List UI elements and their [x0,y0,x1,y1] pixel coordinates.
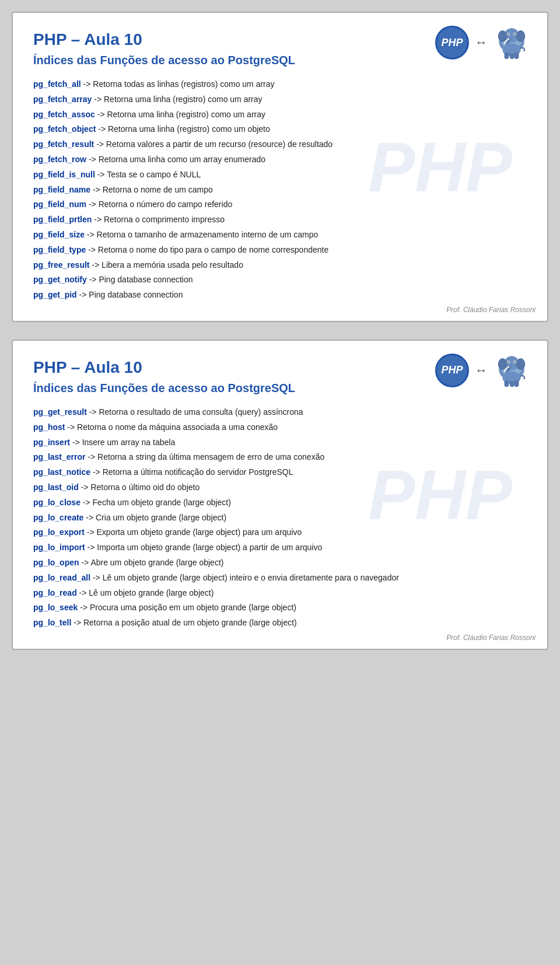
svg-point-7 [508,33,509,34]
func-name: pg_get_result [33,407,87,417]
list-item: pg_field_is_null -> Testa se o campo é N… [33,168,527,182]
svg-rect-11 [510,54,514,59]
list-item: pg_field_prtlen -> Retorna o comprimento… [33,213,527,227]
list-item: pg_last_oid -> Retorna o último oid do o… [33,481,527,495]
list-item: pg_lo_create -> Cria um objeto grande (l… [33,511,527,525]
func-name: pg_lo_open [33,558,79,567]
func-name: pg_get_pid [33,290,77,299]
func-name: pg_fetch_array [33,95,92,104]
list-item: pg_field_type -> Retorna o nome do tipo … [33,243,527,257]
list-item: pg_fetch_all -> Retorna todas as linhas … [33,78,527,92]
func-name: pg_last_error [33,452,85,461]
list-item: pg_field_num -> Retorna o número do camp… [33,198,527,212]
func-name: pg_lo_read [33,588,77,597]
list-item: pg_fetch_array -> Retorna uma linha (reg… [33,93,527,107]
func-name: pg_lo_close [33,498,80,507]
svg-point-21 [514,361,515,362]
svg-rect-24 [510,382,514,387]
svg-rect-12 [514,53,519,59]
svg-point-17 [516,358,526,370]
svg-rect-10 [505,53,509,59]
func-name: pg_free_result [33,260,89,270]
header-icons-2: PHP ↔ [435,352,530,389]
func-name: pg_lo_import [33,543,85,552]
list-item: pg_last_error -> Retorna a string da últ… [33,450,527,464]
list-item: pg_fetch_result -> Retorna valores a par… [33,138,527,152]
func-name: pg_fetch_row [33,155,86,164]
list-item: pg_host -> Retorna o nome da máquina ass… [33,421,527,435]
func-name: pg_lo_export [33,527,85,537]
list-item: pg_lo_import -> Importa um objeto grande… [33,541,527,555]
list-item: pg_lo_read -> Lê um objeto grande (large… [33,586,527,600]
slide-2: PHP PHP ↔ PHP – Aula 10 Índices das Funç… [12,340,548,650]
func-name: pg_lo_create [33,513,83,522]
list-item: pg_fetch_assoc -> Retorna uma linha (reg… [33,108,527,122]
func-name: pg_fetch_assoc [33,110,95,119]
arrow-icon-2: ↔ [475,363,488,378]
svg-point-8 [514,33,515,34]
list-item: pg_lo_read_all -> Lê um objeto grande (l… [33,571,527,585]
slide-1-professor: Prof. Cláudio Farias Rossoni [446,306,536,314]
svg-point-4 [516,30,526,42]
list-item: pg_last_notice -> Retorna a última notif… [33,466,527,480]
func-name: pg_field_name [33,185,90,194]
func-name: pg_get_notify [33,275,87,284]
list-item: pg_insert -> Insere um array na tabela [33,436,527,450]
list-item: pg_fetch_row -> Retorna uma linha como u… [33,153,527,167]
func-name: pg_fetch_object [33,124,96,134]
php-badge-2: PHP [435,354,469,387]
slide-2-professor: Prof. Cláudio Farias Rossoni [446,634,536,642]
func-name: pg_fetch_all [33,79,81,89]
elephant-icon-2 [494,352,530,389]
list-item: pg_free_result -> Libera a memória usada… [33,258,527,272]
func-name: pg_fetch_result [33,139,94,149]
func-name: pg_insert [33,438,70,447]
func-name: pg_field_size [33,230,85,239]
list-item: pg_field_name -> Retorna o nome de um ca… [33,183,527,197]
func-name: pg_field_num [33,200,86,209]
slide-1-content: pg_fetch_all -> Retorna todas as linhas … [33,78,527,302]
list-item: pg_lo_close -> Fecha um objeto grande (l… [33,496,527,510]
list-item: pg_lo_seek -> Procura uma posição em um … [33,601,527,615]
list-item: pg_lo_open -> Abre um objeto grande (lar… [33,556,527,570]
header-icons-1: PHP ↔ [435,25,530,61]
func-name: pg_last_oid [33,482,79,492]
php-badge-1: PHP [435,26,469,60]
func-name: pg_field_prtlen [33,215,92,224]
func-name: pg_lo_seek [33,603,78,612]
svg-rect-23 [505,380,509,387]
svg-rect-25 [514,380,519,387]
list-item: pg_lo_export -> Exporta um objeto grande… [33,526,527,540]
func-name: pg_lo_tell [33,618,71,627]
list-item: pg_lo_tell -> Retorna a posição atual de… [33,616,527,630]
list-item: pg_field_size -> Retorna o tamanho de ar… [33,228,527,242]
list-item: pg_get_pid -> Ping database connection [33,288,527,302]
list-item: pg_get_notify -> Ping database connectio… [33,273,527,287]
func-name: pg_field_type [33,245,86,254]
list-item: pg_fetch_object -> Retorna uma linha (re… [33,123,527,137]
slide-2-content: pg_get_result -> Retorna o resultado de … [33,405,527,630]
slide-1: PHP PHP ↔ [12,12,548,322]
func-name: pg_field_is_null [33,170,95,179]
func-name: pg_host [33,422,65,432]
func-name: pg_last_notice [33,467,90,477]
arrow-icon-1: ↔ [475,35,488,50]
elephant-icon-1 [494,25,530,61]
list-item: pg_get_result -> Retorna o resultado de … [33,405,527,419]
svg-point-20 [508,361,509,362]
func-name: pg_lo_read_all [33,573,90,582]
